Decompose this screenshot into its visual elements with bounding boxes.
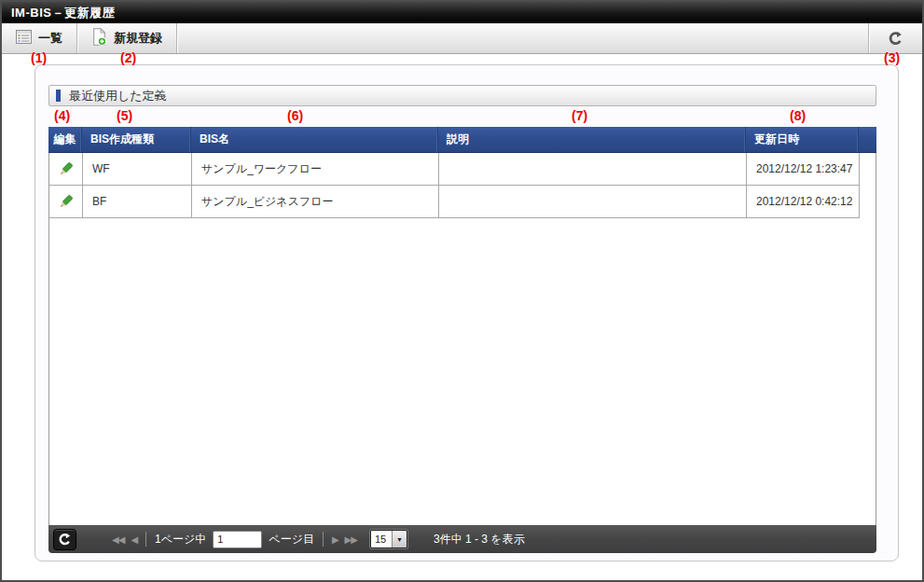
grid-body: WF サンプル_ワークフロー 2012/12/12 1:23:47 [48, 153, 876, 525]
last-page-button[interactable]: ▶▶ [345, 534, 357, 545]
edit-pencil-icon[interactable] [58, 161, 74, 177]
list-button[interactable]: 一覧 [2, 23, 76, 53]
section-header: 最近使用した定義 [48, 85, 876, 106]
new-registration-button[interactable]: 新規登録 [77, 23, 176, 53]
column-header-gutter [859, 127, 876, 152]
refresh-icon [58, 533, 72, 547]
next-page-button[interactable]: ▶ [332, 534, 338, 545]
column-header-description: 説明 [438, 127, 746, 152]
column-header-name: BIS名 [191, 127, 438, 152]
annotation-7: (7) [572, 108, 587, 123]
edit-cell [49, 153, 83, 186]
page-size-select[interactable]: 15 ▼ [370, 530, 407, 548]
annotation-5: (5) [117, 108, 132, 123]
window-title: IM-BIS－更新履歴 [2, 2, 922, 23]
pagination-separator [145, 532, 146, 547]
edit-pencil-icon[interactable] [58, 194, 74, 210]
name-cell: サンプル_ワークフロー [192, 153, 439, 186]
updated-cell: 2012/12/12 0:42:12 [747, 186, 860, 218]
page-number-input[interactable] [213, 531, 262, 548]
list-icon [16, 30, 32, 47]
page-count-label: 1ページ中 [155, 532, 206, 547]
annotation-1: (1) [31, 50, 47, 65]
description-cell [439, 186, 747, 218]
new-document-icon [91, 28, 107, 48]
pagination-separator [323, 532, 324, 547]
edit-cell [49, 186, 83, 218]
toolbar: 一覧 新規登録 [2, 23, 922, 54]
section-title: 最近使用した定義 [69, 88, 167, 104]
column-header-type: BIS作成種類 [82, 127, 191, 152]
result-summary: 3件中 1 - 3 を表示 [434, 532, 525, 547]
column-header-updated: 更新日時 [746, 127, 859, 152]
list-button-label: 一覧 [38, 30, 62, 47]
refresh-button[interactable] [869, 23, 922, 53]
page-suffix-label: ページ目 [269, 532, 314, 547]
chevron-down-icon: ▼ [392, 531, 407, 547]
annotation-2: (2) [120, 50, 136, 65]
page-size-value: 15 [371, 531, 392, 547]
annotation-4: (4) [54, 108, 70, 123]
annotation-6: (6) [287, 108, 303, 123]
first-page-button[interactable]: ◀◀ [112, 534, 124, 545]
annotation-8: (8) [790, 108, 806, 123]
table-row: WF サンプル_ワークフロー 2012/12/12 1:23:47 [49, 153, 860, 186]
new-registration-label: 新規登録 [114, 30, 162, 47]
prev-page-button[interactable]: ◀ [131, 534, 137, 545]
annotation-3: (3) [884, 50, 900, 65]
description-cell [439, 153, 747, 186]
refresh-icon [888, 31, 903, 47]
section-accent-bar [56, 90, 61, 102]
app-window: IM-BIS－更新履歴 一覧 [0, 0, 924, 582]
pagination-refresh-button[interactable] [53, 529, 76, 550]
toolbar-right [868, 23, 922, 53]
grid-header-row: 編集 BIS作成種類 BIS名 説明 更新日時 [48, 127, 876, 153]
type-cell: WF [83, 153, 192, 186]
column-header-edit: 編集 [48, 127, 82, 152]
definitions-grid: 編集 BIS作成種類 BIS名 説明 更新日時 [48, 127, 876, 553]
toolbar-separator [176, 23, 177, 53]
type-cell: BF [83, 186, 192, 218]
content-panel: 最近使用した定義 編集 BIS作成種類 BIS名 説明 更新日時 [34, 64, 899, 561]
name-cell: サンプル_ビジネスフロー [192, 186, 439, 218]
updated-cell: 2012/12/12 1:23:47 [747, 153, 860, 186]
pagination-bar: ◀◀ ◀ 1ページ中 ページ目 ▶ ▶▶ 15 ▼ 3件中 1 - 3 を表示 [48, 525, 876, 553]
table-row: BF サンプル_ビジネスフロー 2012/12/12 0:42:12 [49, 186, 860, 218]
